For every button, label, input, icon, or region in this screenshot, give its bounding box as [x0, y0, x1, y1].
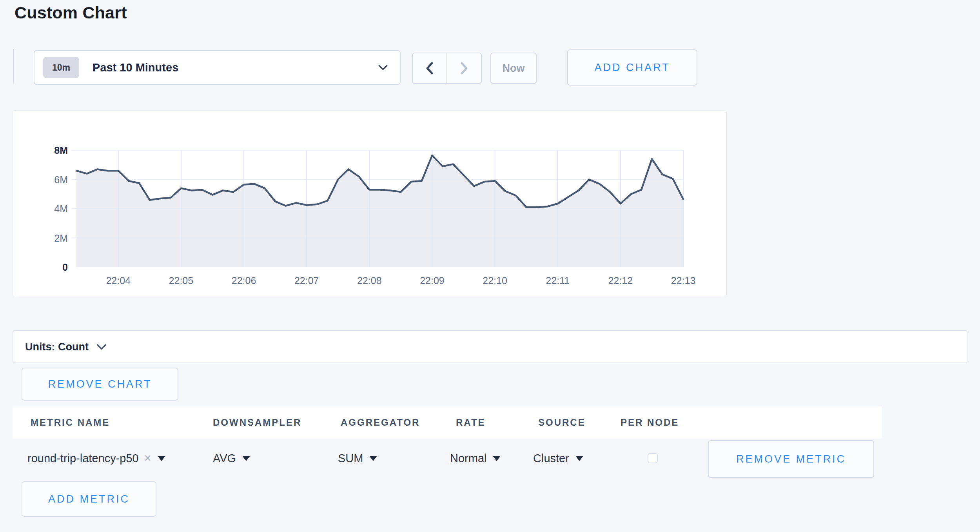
- aggregator-value: SUM: [338, 452, 363, 465]
- caret-down-icon: [575, 456, 583, 461]
- caret-down-icon: [493, 456, 501, 461]
- x-tick-label: 22:05: [169, 275, 194, 286]
- metrics-table-header: METRIC NAME DOWNSAMPLER AGGREGATOR RATE …: [13, 406, 882, 439]
- time-range-label: Past 10 Minutes: [93, 61, 378, 74]
- x-tick-label: 22:09: [420, 275, 445, 286]
- column-header-per-node: PER NODE: [621, 406, 679, 439]
- x-tick-label: 22:12: [608, 275, 633, 286]
- area-fill: [76, 155, 683, 267]
- divider: [13, 49, 14, 84]
- x-tick-label: 22:07: [294, 275, 319, 286]
- custom-chart-page: Custom Chart 10m Past 10 Minutes Now ADD…: [0, 0, 980, 532]
- chevron-right-icon: [459, 61, 469, 76]
- chevron-down-icon: [96, 343, 107, 350]
- add-chart-button[interactable]: ADD CHART: [567, 49, 697, 86]
- next-timeframe-button[interactable]: [446, 53, 481, 83]
- column-header-downsampler: DOWNSAMPLER: [213, 406, 301, 439]
- metric-name-select[interactable]: round-trip-latency-p50 ×: [27, 439, 165, 478]
- page-title: Custom Chart: [15, 3, 127, 22]
- per-node-checkbox[interactable]: [648, 453, 658, 463]
- metric-name-value: round-trip-latency-p50: [27, 452, 139, 465]
- time-range-dropdown[interactable]: 10m Past 10 Minutes: [34, 50, 401, 85]
- clear-metric-icon[interactable]: ×: [144, 451, 151, 465]
- caret-down-icon: [369, 456, 377, 461]
- source-select[interactable]: Cluster: [533, 439, 583, 478]
- now-button[interactable]: Now: [490, 53, 537, 84]
- x-tick-label: 22:08: [357, 275, 382, 286]
- chart-panel: 8M6M4M2M022:0422:0522:0622:0722:0822:092…: [13, 110, 727, 296]
- caret-down-icon: [242, 456, 250, 461]
- caret-down-icon: [158, 456, 165, 461]
- source-value: Cluster: [533, 452, 569, 465]
- chevron-left-icon: [425, 61, 435, 76]
- y-tick-label: 6M: [54, 174, 68, 185]
- y-tick-label: 4M: [54, 203, 68, 214]
- chevron-down-icon: [378, 64, 388, 71]
- rate-select[interactable]: Normal: [450, 439, 501, 478]
- y-tick-label: 8M: [54, 145, 68, 156]
- units-label: Units: Count: [25, 341, 89, 353]
- remove-metric-button[interactable]: REMOVE METRIC: [708, 440, 874, 478]
- remove-chart-button[interactable]: REMOVE CHART: [22, 368, 178, 401]
- downsampler-select[interactable]: AVG: [213, 439, 250, 478]
- y-tick-label: 2M: [54, 233, 68, 244]
- rate-value: Normal: [450, 452, 486, 465]
- time-pager: [412, 53, 482, 84]
- x-tick-label: 22:11: [546, 275, 570, 286]
- x-tick-label: 22:10: [483, 275, 507, 286]
- column-header-rate: RATE: [456, 406, 486, 439]
- timeseries-area-chart[interactable]: 8M6M4M2M022:0422:0522:0622:0722:0822:092…: [13, 111, 726, 296]
- column-header-aggregator: AGGREGATOR: [341, 406, 420, 439]
- x-tick-label: 22:04: [106, 275, 131, 286]
- x-tick-label: 22:13: [671, 275, 696, 286]
- previous-timeframe-button[interactable]: [413, 53, 446, 83]
- downsampler-value: AVG: [213, 452, 236, 465]
- aggregator-select[interactable]: SUM: [338, 439, 377, 478]
- units-dropdown[interactable]: Units: Count: [13, 330, 967, 363]
- x-tick-label: 22:06: [232, 275, 256, 286]
- time-range-badge: 10m: [43, 57, 79, 78]
- y-tick-label: 0: [62, 262, 68, 273]
- column-header-metric-name: METRIC NAME: [31, 406, 110, 439]
- add-metric-button[interactable]: ADD METRIC: [22, 481, 156, 517]
- column-header-source: SOURCE: [538, 406, 586, 439]
